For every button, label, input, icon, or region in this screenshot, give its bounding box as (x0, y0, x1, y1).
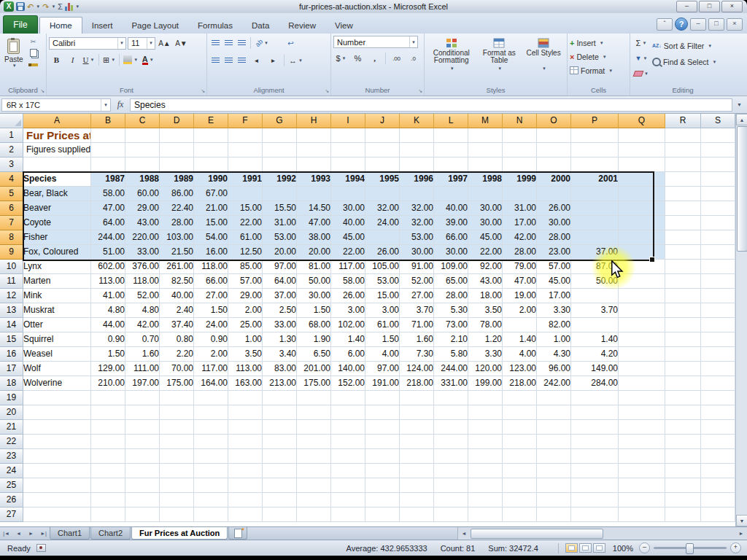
cell-P24[interactable] (571, 464, 619, 478)
cell-I15[interactable]: 1.40 (331, 332, 365, 347)
cell-M8[interactable]: 45.00 (468, 230, 503, 245)
orientation-button[interactable]: ab▼ (254, 36, 270, 50)
cell-K23[interactable] (400, 449, 434, 464)
cell-P3[interactable] (571, 158, 619, 172)
cell-H21[interactable] (297, 420, 331, 435)
column-header-B[interactable]: B (91, 114, 125, 128)
cell-R16[interactable] (665, 347, 701, 362)
cell-N12[interactable]: 19.00 (503, 289, 537, 303)
cell-O14[interactable]: 82.00 (537, 318, 571, 332)
name-box[interactable]: 6R x 17C▼ (1, 98, 111, 112)
cell-K20[interactable] (400, 405, 434, 420)
cell-M3[interactable] (468, 158, 503, 172)
cell-H9[interactable]: 20.00 (297, 245, 331, 260)
cell-D5[interactable]: 86.00 (160, 187, 194, 201)
cell-G22[interactable] (263, 435, 297, 449)
cell-M9[interactable]: 22.00 (468, 245, 503, 260)
cell-B8[interactable]: 244.00 (91, 230, 125, 245)
cell-Q14[interactable] (619, 318, 665, 332)
cell-H19[interactable] (297, 391, 331, 405)
cell-G5[interactable] (263, 187, 297, 201)
cell-N16[interactable]: 4.00 (503, 347, 537, 362)
cell-P9[interactable]: 37.00 (571, 245, 619, 260)
cell-N20[interactable] (503, 405, 537, 420)
cell-R22[interactable] (665, 435, 701, 449)
cell-C27[interactable] (125, 508, 160, 522)
cell-O16[interactable]: 4.30 (537, 347, 571, 362)
cell-G1[interactable] (263, 128, 297, 143)
cell-F2[interactable] (228, 143, 263, 158)
cell-B2[interactable] (91, 143, 125, 158)
cell-L21[interactable] (434, 420, 468, 435)
cell-G13[interactable]: 2.50 (263, 303, 297, 318)
column-header-G[interactable]: G (263, 114, 297, 128)
last-sheet-icon[interactable]: ►| (37, 527, 50, 540)
cell-Q18[interactable] (619, 376, 665, 391)
cell-C2[interactable] (125, 143, 160, 158)
cell-C13[interactable]: 4.80 (125, 303, 160, 318)
cell-R25[interactable] (665, 478, 701, 493)
cell-K8[interactable]: 53.00 (400, 230, 434, 245)
cell-P2[interactable] (571, 143, 619, 158)
cell-D11[interactable]: 82.50 (160, 274, 194, 289)
formula-input[interactable]: Species (130, 98, 732, 112)
cell-Q13[interactable] (619, 303, 665, 318)
cell-N24[interactable] (503, 464, 537, 478)
cell-B22[interactable] (91, 435, 125, 449)
cell-A16[interactable]: Weasel (23, 347, 91, 362)
cell-N18[interactable]: 218.00 (503, 376, 537, 391)
cell-N5[interactable] (503, 187, 537, 201)
format-cells-button[interactable]: Format▼ (570, 63, 627, 77)
row-header-18[interactable]: 18 (0, 376, 23, 391)
cell-N14[interactable] (503, 318, 537, 332)
column-header-C[interactable]: C (125, 114, 160, 128)
cell-P15[interactable]: 1.40 (571, 332, 619, 347)
cell-G27[interactable] (263, 508, 297, 522)
cell-N26[interactable] (503, 493, 537, 508)
macro-record-icon[interactable] (36, 544, 46, 552)
cell-Q12[interactable] (619, 289, 665, 303)
cell-O17[interactable]: 96.00 (537, 362, 571, 376)
align-middle-button[interactable] (222, 39, 234, 48)
cell-J3[interactable] (365, 158, 400, 172)
cell-Q3[interactable] (619, 158, 665, 172)
cell-P1[interactable] (571, 128, 619, 143)
column-header-M[interactable]: M (468, 114, 503, 128)
page-layout-view-button[interactable] (579, 543, 592, 553)
cell-H14[interactable]: 68.00 (297, 318, 331, 332)
fill-handle[interactable] (649, 257, 655, 262)
cell-I21[interactable] (331, 420, 365, 435)
cell-K24[interactable] (400, 464, 434, 478)
cell-G16[interactable]: 3.40 (263, 347, 297, 362)
comma-style-button[interactable]: , (367, 51, 382, 66)
cell-G17[interactable]: 83.00 (263, 362, 297, 376)
clipboard-dialog-launcher[interactable]: ↘ (40, 88, 44, 94)
cell-F5[interactable] (228, 187, 263, 201)
cell-P26[interactable] (571, 493, 619, 508)
decrease-indent-button[interactable]: ◄ (249, 53, 264, 68)
row-header-14[interactable]: 14 (0, 318, 23, 332)
cell-M12[interactable]: 18.00 (468, 289, 503, 303)
cell-N1[interactable] (503, 128, 537, 143)
cell-E6[interactable]: 21.00 (194, 201, 228, 216)
row-header-10[interactable]: 10 (0, 260, 23, 274)
cell-B16[interactable]: 1.50 (91, 347, 125, 362)
cell-S14[interactable] (701, 318, 735, 332)
cell-C22[interactable] (125, 435, 160, 449)
cell-P25[interactable] (571, 478, 619, 493)
cell-F27[interactable] (228, 508, 263, 522)
cell-D6[interactable]: 22.40 (160, 201, 194, 216)
next-sheet-icon[interactable]: ► (25, 527, 37, 540)
cell-C24[interactable] (125, 464, 160, 478)
cell-M4[interactable]: 1998 (468, 172, 503, 187)
cell-P8[interactable] (571, 230, 619, 245)
cell-I23[interactable] (331, 449, 365, 464)
cell-B11[interactable]: 113.00 (91, 274, 125, 289)
scroll-up-icon[interactable]: ▲ (736, 114, 747, 125)
cell-F23[interactable] (228, 449, 263, 464)
cell-G7[interactable]: 31.00 (263, 216, 297, 230)
cell-C7[interactable]: 43.00 (125, 216, 160, 230)
cell-A25[interactable] (23, 478, 91, 493)
cell-P6[interactable] (571, 201, 619, 216)
cell-R21[interactable] (665, 420, 701, 435)
